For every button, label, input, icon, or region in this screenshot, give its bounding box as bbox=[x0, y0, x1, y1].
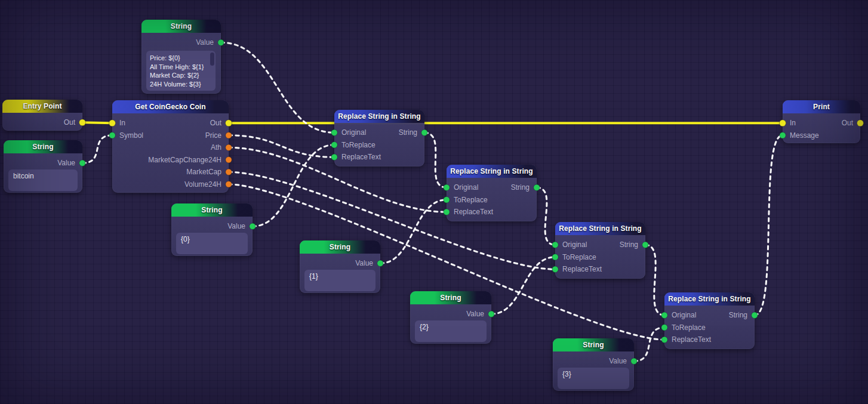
pin-print-in[interactable] bbox=[780, 120, 786, 127]
node-title[interactable]: Replace String in String bbox=[664, 292, 755, 306]
pin-coingecko-symbol[interactable] bbox=[109, 132, 115, 138]
node-title[interactable]: Print bbox=[783, 100, 860, 113]
node-replace2[interactable]: Replace String in StringOriginalStringTo… bbox=[447, 165, 537, 221]
pin-row: SymbolPrice bbox=[112, 129, 229, 142]
pin-label-toreplace: ToReplace bbox=[454, 196, 488, 204]
pin-replace3-string[interactable] bbox=[642, 242, 648, 248]
pin-coingecko-out[interactable] bbox=[226, 120, 232, 127]
graph-canvas[interactable]: StringValuePrice: ${0}All Time High: ${1… bbox=[0, 0, 868, 404]
value-field[interactable]: {2} bbox=[415, 320, 487, 342]
pin-rows: InOutMessage bbox=[783, 117, 860, 141]
pin-rows: OriginalStringToReplaceReplaceText bbox=[447, 181, 537, 218]
node-title[interactable]: Replace String in String bbox=[447, 165, 537, 178]
pin-label-string: String bbox=[511, 183, 530, 192]
node-title[interactable]: String bbox=[4, 140, 82, 153]
pin-row: Out bbox=[2, 116, 82, 129]
pin-label-price: Price bbox=[205, 131, 221, 140]
pin-string0-value[interactable] bbox=[250, 223, 256, 229]
pin-label-value: Value bbox=[227, 222, 245, 230]
node-title[interactable]: Replace String in String bbox=[555, 222, 645, 235]
pin-replace2-replacetext[interactable] bbox=[444, 209, 450, 215]
pin-rows: OriginalStringToReplaceReplaceText bbox=[334, 127, 424, 164]
pin-row: Value bbox=[171, 220, 253, 233]
pin-label-value: Value bbox=[609, 357, 627, 365]
node-title[interactable]: String bbox=[141, 20, 221, 33]
pin-replace4-string[interactable] bbox=[752, 312, 758, 318]
pin-string3-value[interactable] bbox=[631, 358, 637, 364]
pin-coingecko-volume24h[interactable] bbox=[226, 181, 232, 187]
pin-rows: Value bbox=[553, 355, 634, 368]
pin-print-message[interactable] bbox=[780, 132, 786, 138]
pin-row: Value bbox=[410, 308, 491, 320]
node-replace4[interactable]: Replace String in StringOriginalStringTo… bbox=[664, 292, 755, 349]
pin-coingecko-marketcap[interactable] bbox=[226, 169, 232, 175]
pin-format-string-value[interactable] bbox=[218, 39, 224, 45]
pin-rows: OriginalStringToReplaceReplaceText bbox=[555, 239, 645, 276]
node-print[interactable]: PrintInOutMessage bbox=[783, 100, 860, 143]
pin-replace2-string[interactable] bbox=[534, 184, 540, 190]
pin-label-replacetext: ReplaceText bbox=[562, 265, 602, 273]
node-title[interactable]: String bbox=[410, 291, 491, 304]
pin-row: OriginalString bbox=[664, 309, 755, 322]
value-field[interactable]: {0} bbox=[176, 233, 248, 254]
node-string3[interactable]: StringValue{3} bbox=[553, 338, 634, 391]
pin-bitcoin-string-value[interactable] bbox=[79, 160, 85, 166]
pin-string2-value[interactable] bbox=[488, 311, 494, 317]
pin-replace2-toreplace[interactable] bbox=[444, 197, 450, 203]
node-title[interactable]: Entry Point bbox=[2, 100, 82, 113]
node-title[interactable]: String bbox=[553, 338, 634, 351]
pin-replace4-toreplace[interactable] bbox=[661, 325, 667, 331]
pin-replace4-original[interactable] bbox=[661, 312, 667, 318]
pin-replace4-replacetext[interactable] bbox=[661, 337, 667, 343]
node-title[interactable]: String bbox=[300, 240, 380, 254]
pin-coingecko-price[interactable] bbox=[226, 132, 232, 138]
pin-replace1-toreplace[interactable] bbox=[331, 142, 337, 148]
pin-replace3-original[interactable] bbox=[552, 242, 558, 248]
pin-label-ath: Ath bbox=[211, 143, 221, 152]
value-textarea[interactable]: Price: ${0}All Time High: ${1}Market Cap… bbox=[146, 51, 216, 91]
pin-rows: Value bbox=[410, 308, 491, 320]
textarea-line: Price: ${0} bbox=[150, 54, 212, 63]
value-field[interactable]: {3} bbox=[558, 368, 629, 389]
pin-row: ReplaceText bbox=[555, 263, 645, 276]
pin-label-string: String bbox=[729, 311, 747, 319]
pin-label-out: Out bbox=[64, 118, 75, 127]
pin-replace3-replacetext[interactable] bbox=[552, 266, 558, 272]
pin-print-out[interactable] bbox=[857, 120, 864, 127]
pin-entry-out[interactable] bbox=[79, 119, 86, 126]
pin-string1-value[interactable] bbox=[377, 260, 383, 266]
node-title[interactable]: Get CoinGecko Coin bbox=[112, 100, 229, 113]
pin-rows: OriginalStringToReplaceReplaceText bbox=[664, 309, 755, 346]
pin-replace1-replacetext[interactable] bbox=[331, 154, 337, 160]
pin-row: Volume24H bbox=[112, 178, 229, 191]
value-field[interactable]: bitcoin bbox=[8, 169, 78, 191]
node-replace1[interactable]: Replace String in StringOriginalStringTo… bbox=[334, 110, 424, 166]
pin-row: ToReplace bbox=[664, 322, 755, 334]
scrollbar-thumb[interactable] bbox=[210, 53, 214, 66]
node-title[interactable]: String bbox=[171, 203, 253, 217]
pin-label-volume24h: Volume24H bbox=[184, 180, 221, 189]
node-coingecko[interactable]: Get CoinGecko CoinInOutSymbolPriceAthMar… bbox=[112, 100, 229, 193]
node-entry[interactable]: Entry PointOut bbox=[2, 100, 82, 131]
pin-row: OriginalString bbox=[555, 239, 645, 251]
pin-label-out: Out bbox=[842, 119, 853, 127]
pin-coingecko-in[interactable] bbox=[109, 120, 116, 127]
node-string0[interactable]: StringValue{0} bbox=[171, 203, 253, 256]
pin-replace2-original[interactable] bbox=[444, 184, 450, 190]
pin-label-replacetext: ReplaceText bbox=[341, 153, 381, 161]
node-string1[interactable]: StringValue{1} bbox=[300, 240, 380, 293]
value-field[interactable]: {1} bbox=[304, 270, 375, 291]
textarea-line: 24H Volume: ${3} bbox=[150, 80, 212, 89]
pin-replace3-toreplace[interactable] bbox=[552, 254, 558, 260]
node-title[interactable]: Replace String in String bbox=[334, 110, 424, 123]
pin-coingecko-ath[interactable] bbox=[226, 144, 232, 150]
node-replace3[interactable]: Replace String in StringOriginalStringTo… bbox=[555, 222, 645, 279]
pin-rows: Value bbox=[141, 36, 221, 49]
node-string2[interactable]: StringValue{2} bbox=[410, 291, 491, 344]
node-format-string[interactable]: StringValuePrice: ${0}All Time High: ${1… bbox=[141, 20, 221, 94]
pin-coingecko-mcc24h[interactable] bbox=[226, 157, 232, 163]
pin-label-in: In bbox=[119, 119, 125, 127]
pin-replace1-original[interactable] bbox=[331, 129, 337, 135]
node-bitcoin-string[interactable]: StringValuebitcoin bbox=[4, 140, 82, 193]
pin-replace1-string[interactable] bbox=[421, 129, 427, 135]
